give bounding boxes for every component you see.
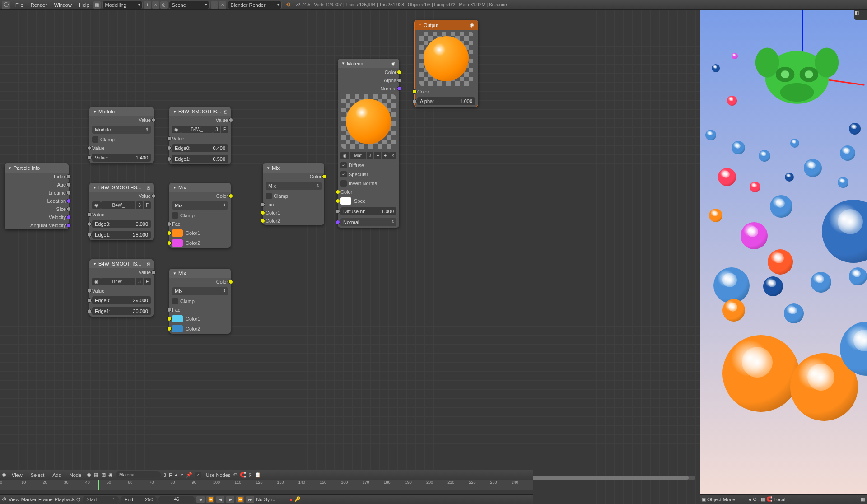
- viewport-shade-icon[interactable]: ●: [749, 497, 752, 502]
- group-icon[interactable]: ⎘: [147, 261, 150, 266]
- diffint-field[interactable]: DiffuseInt:1.000: [340, 207, 396, 215]
- info-icon[interactable]: ⓘ: [2, 1, 10, 9]
- users-field[interactable]: 3: [136, 278, 143, 285]
- socket-output[interactable]: [228, 280, 233, 284]
- collapse-icon[interactable]: ▼: [173, 186, 177, 190]
- blend-type-select[interactable]: Mix: [172, 287, 228, 295]
- socket-input[interactable]: [167, 317, 172, 321]
- editor-type-icon[interactable]: ▣: [702, 496, 706, 502]
- clamp-check[interactable]: [92, 136, 98, 143]
- node-modulo[interactable]: ▼Modulo Value Modulo Clamp Value Value:1…: [89, 107, 154, 163]
- socket-input[interactable]: [87, 289, 92, 293]
- menu-help[interactable]: Help: [75, 2, 93, 8]
- tree-type-tex-icon[interactable]: ▨: [101, 472, 106, 478]
- users-field[interactable]: 3: [136, 201, 143, 209]
- menu-render[interactable]: Render: [27, 2, 51, 8]
- socket-input[interactable]: [87, 309, 92, 313]
- timeline-cursor[interactable]: [98, 480, 99, 490]
- socket-input[interactable]: [336, 190, 340, 194]
- menu-file[interactable]: File: [12, 2, 27, 8]
- layers-icon[interactable]: ▦: [761, 496, 765, 502]
- pivot-icon[interactable]: ⊙: [753, 496, 757, 502]
- collapse-icon[interactable]: ▼: [173, 271, 177, 275]
- name-field[interactable]: B4W_: [181, 126, 213, 133]
- socket-output[interactable]: [66, 199, 71, 203]
- suzanne-mesh[interactable]: [754, 37, 840, 109]
- menu-select[interactable]: Select: [28, 471, 47, 479]
- node-smoothstep-3[interactable]: ▼B4W_SMOOTHS...⎘ Value ◉B4W_3F Value Edg…: [89, 259, 154, 317]
- socket-input[interactable]: [167, 327, 172, 331]
- menu-add[interactable]: Add: [50, 471, 64, 479]
- socket-output[interactable]: [397, 86, 401, 91]
- timeline-track[interactable]: 0102030405060708090100110120130140150160…: [0, 480, 533, 490]
- edge0-field[interactable]: Edge0:29.000: [92, 296, 151, 304]
- socket-input[interactable]: [336, 199, 340, 203]
- socket-output[interactable]: [66, 174, 71, 179]
- menu-view[interactable]: View: [9, 471, 25, 479]
- socket-input[interactable]: [87, 146, 92, 150]
- unlink-btn[interactable]: ×: [389, 152, 396, 159]
- browse-icon[interactable]: ◉: [92, 201, 101, 209]
- socket-input[interactable]: [87, 212, 92, 217]
- orientation-dropdown[interactable]: Local: [774, 497, 796, 502]
- socket-input[interactable]: [336, 220, 340, 224]
- snap-icon[interactable]: 🧲: [240, 472, 246, 478]
- remove-layout-btn[interactable]: ×: [152, 1, 159, 9]
- browse-material-icon[interactable]: ◉: [108, 472, 113, 478]
- node-smoothstep-2[interactable]: ▼B4W_SMOOTHS...⎘ Value ◉B4W_3F Value Edg…: [89, 183, 154, 240]
- color1-swatch[interactable]: [172, 315, 183, 322]
- menu-playback[interactable]: Playback: [55, 497, 75, 502]
- collapse-icon[interactable]: ▼: [341, 61, 345, 65]
- range-icon[interactable]: ◔: [76, 496, 81, 502]
- scene-dropdown[interactable]: Scene: [169, 1, 210, 9]
- pin-icon[interactable]: 📌: [186, 472, 192, 478]
- viewport-3d[interactable]: ◧ ▣ Object Mode ● ⊙ ↕ ▦ 🧲 Local ▦: [700, 10, 867, 504]
- socket-input[interactable]: [167, 146, 172, 150]
- browse-icon[interactable]: ◉: [92, 278, 101, 285]
- color1-swatch[interactable]: [172, 229, 183, 237]
- fake-user-btn[interactable]: F: [169, 472, 172, 478]
- blend-type-select[interactable]: Mix: [266, 182, 322, 190]
- socket-output[interactable]: [66, 223, 71, 228]
- node-mix-1[interactable]: ▼Mix Color Mix Clamp Fac Color1 Color2: [169, 183, 231, 248]
- node-output[interactable]: ▼Output◉ Color Alpha:1.000: [414, 20, 478, 107]
- socket-output[interactable]: [228, 194, 233, 198]
- tree-type-comp-icon[interactable]: ▦: [94, 472, 98, 478]
- group-icon[interactable]: ⎘: [224, 109, 227, 114]
- name-field[interactable]: B4W_: [101, 201, 135, 209]
- layers-grid-icon[interactable]: ▦: [861, 496, 865, 502]
- scene-icon[interactable]: ◎: [160, 1, 168, 9]
- add-scene-btn[interactable]: +: [211, 1, 218, 9]
- socket-output[interactable]: [397, 78, 401, 83]
- keyset-icon[interactable]: 🔑: [294, 496, 301, 502]
- play-reverse-icon[interactable]: ◀: [216, 496, 224, 503]
- material-name-field[interactable]: Material: [116, 471, 161, 478]
- menu-window[interactable]: Window: [51, 2, 75, 8]
- node-particle-info[interactable]: ▼Particle Info Index Age Lifetime Locati…: [5, 163, 69, 229]
- current-frame-field[interactable]: 46: [158, 496, 195, 503]
- spec-swatch[interactable]: [340, 197, 351, 205]
- users-field[interactable]: 3: [213, 126, 220, 133]
- clamp-check[interactable]: [172, 298, 178, 304]
- jump-start-icon[interactable]: ⏮: [196, 496, 205, 503]
- engine-dropdown[interactable]: Blender Render: [228, 1, 282, 9]
- socket-input[interactable]: [167, 136, 172, 141]
- blend-type-select[interactable]: Mix: [172, 201, 228, 210]
- users-field[interactable]: 3: [367, 152, 374, 159]
- snap-icon[interactable]: 🧲: [766, 496, 773, 502]
- fake-user-btn[interactable]: F: [144, 201, 151, 209]
- mode-dropdown[interactable]: Object Mode: [707, 497, 748, 502]
- fake-user-btn[interactable]: F: [374, 152, 381, 159]
- collapse-icon[interactable]: ▼: [418, 23, 422, 27]
- group-icon[interactable]: ⎘: [147, 185, 150, 190]
- editor-type-icon[interactable]: ⏱: [2, 497, 7, 502]
- alpha-field[interactable]: Alpha:1.000: [417, 97, 475, 105]
- name-field[interactable]: B4W_: [101, 278, 135, 285]
- users-field[interactable]: 3: [163, 472, 166, 478]
- layout-dropdown[interactable]: Modelling: [102, 1, 143, 9]
- browse-icon[interactable]: ◉: [172, 126, 181, 133]
- collapse-icon[interactable]: ▼: [266, 166, 270, 170]
- go-parent-icon[interactable]: ↶: [233, 472, 237, 478]
- socket-input[interactable]: [336, 209, 340, 214]
- invert-check[interactable]: [340, 180, 347, 187]
